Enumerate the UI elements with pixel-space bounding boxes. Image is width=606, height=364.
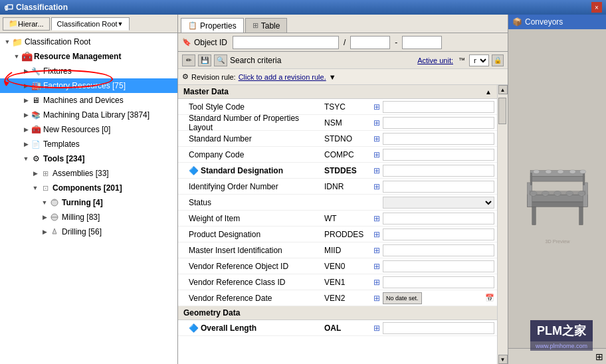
prop-code-master-insert: MIID	[324, 246, 371, 255]
title-bar: 🏷 Classification ×	[0, 0, 606, 15]
prop-input-product-designation[interactable]	[383, 228, 494, 240]
expander-drilling[interactable]: ▶	[40, 227, 49, 236]
prop-icon-weight[interactable]: ⊞	[371, 214, 383, 223]
tree-node-classification-root[interactable]: ▼ 📁 Classification Root	[0, 35, 177, 49]
scroll-up-btn[interactable]: ▲	[498, 85, 508, 94]
prop-icon-standard-designation[interactable]: ⊞	[371, 166, 383, 175]
expander-classification-root[interactable]: ▼	[3, 37, 12, 46]
prop-code-stdnum-properties: NSM	[324, 118, 371, 128]
tab-table[interactable]: ⊞ Table	[245, 18, 288, 33]
prop-code-identifying-order: IDNR	[324, 182, 371, 191]
edit-button[interactable]: ✏	[182, 54, 195, 66]
date-picker-icon[interactable]: 📅	[485, 294, 494, 302]
prop-input-identifying-order[interactable]	[383, 181, 494, 193]
prop-icon-standard-number[interactable]: ⊞	[371, 134, 383, 143]
prop-input-stdnum-properties[interactable]	[383, 117, 494, 129]
object-id-secondary-input[interactable]	[350, 36, 390, 49]
expander-machines[interactable]: ▶	[21, 96, 31, 105]
tree-node-factory-resources[interactable]: ▶ 🏭 Factory Resources [75]	[0, 78, 177, 93]
close-button[interactable]: ×	[591, 2, 602, 13]
scrollbar[interactable]: ▲ ▼	[497, 85, 508, 364]
tree-node-fixtures[interactable]: ▶ 🔧 Fixtures	[0, 64, 177, 78]
preview-settings-icon[interactable]: ⊞	[595, 351, 603, 362]
scroll-thumb[interactable]	[498, 98, 506, 124]
tree-node-machining-library[interactable]: ▶ 📚 Machining Data Library [3874]	[0, 108, 177, 122]
status-dropdown[interactable]: Active Inactive	[383, 197, 494, 209]
svg-marker-4	[52, 228, 56, 234]
prop-code-standard-designation: STDDES	[324, 166, 371, 175]
prop-icon-vendor-ref-object[interactable]: ⊞	[371, 262, 383, 271]
prop-icon-company-code[interactable]: ⊞	[371, 150, 383, 159]
prop-input-company-code[interactable]	[383, 149, 494, 161]
main-container: 📁 Hierar... Classification Root ▼ ▼ 📁 Cl…	[0, 15, 606, 364]
prop-icon-stdnum-properties[interactable]: ⊞	[371, 118, 383, 128]
prop-input-standard-designation[interactable]	[383, 165, 494, 177]
prop-icon-identifying-order[interactable]: ⊞	[371, 182, 383, 191]
no-date-button[interactable]: No date set.	[383, 292, 422, 304]
prop-icon-overall-length[interactable]: ⊞	[371, 323, 383, 333]
unit-lock-button[interactable]: 🔒	[492, 54, 504, 66]
prop-input-tool-style-code[interactable]	[383, 101, 494, 113]
prop-input-master-insert[interactable]	[383, 244, 494, 256]
scroll-down-btn[interactable]: ▼	[498, 355, 508, 364]
prop-name-weight: Weight of Item	[178, 214, 324, 223]
expander-templates[interactable]: ▶	[21, 139, 31, 149]
expander-fixtures[interactable]: ▶	[21, 66, 31, 76]
prop-icon-vendor-ref-class[interactable]: ⊞	[371, 278, 383, 287]
tree-node-turning[interactable]: ▼ Turning [4]	[0, 195, 177, 210]
tree-node-tools[interactable]: ▼ ⚙ Tools [234]	[0, 151, 177, 166]
revision-dropdown-icon[interactable]: ▼	[329, 73, 336, 81]
turning-icon	[49, 197, 60, 208]
tab-hierarchy[interactable]: 📁 Hierar...	[3, 17, 50, 31]
tree-node-assemblies[interactable]: ▶ ⊞ Assemblies [33]	[0, 166, 177, 181]
tree-node-milling[interactable]: ▶ Milling [83]	[0, 210, 177, 225]
search-icon-button[interactable]: 🔍	[214, 54, 227, 66]
object-id-tertiary-input[interactable]	[402, 36, 442, 49]
expander-factory-resources[interactable]: ▶	[21, 81, 31, 90]
prop-input-overall-length[interactable]	[383, 322, 494, 334]
revision-link[interactable]: Click to add a revision rule.	[239, 73, 326, 81]
save-button[interactable]: 💾	[198, 54, 211, 66]
prop-input-vendor-ref-class[interactable]	[383, 276, 494, 288]
expander-resource-management[interactable]: ▼	[12, 52, 21, 61]
expander-tools[interactable]: ▼	[21, 154, 31, 163]
section-master-data: Master Data ▲	[178, 85, 497, 99]
prop-name-tool-style-code: Tool Style Code	[178, 102, 324, 112]
app-icon: 🏷	[4, 2, 13, 13]
tree-node-templates[interactable]: ▶ 📄 Templates	[0, 137, 177, 151]
expander-machining-library[interactable]: ▶	[21, 110, 31, 120]
unit-select[interactable]: m mm in	[469, 54, 489, 66]
tree-node-machines[interactable]: ▶ 🖥 Machines and Devices	[0, 93, 177, 108]
prop-code-product-designation: PRODDES	[324, 230, 371, 239]
tab-classification-root[interactable]: Classification Root ▼	[51, 17, 130, 31]
tree-node-resource-management[interactable]: ▼ 🧰 Resource Management	[0, 49, 177, 64]
tree-node-components[interactable]: ▼ ⊡ Components [201]	[0, 181, 177, 195]
prop-name-standard-number: Standard Number	[178, 134, 324, 143]
expander-components[interactable]: ▼	[31, 183, 40, 193]
tree-node-drilling[interactable]: ▶ Drilling [56]	[0, 225, 177, 239]
object-id-input[interactable]	[233, 36, 339, 49]
expander-turning[interactable]: ▼	[40, 198, 49, 207]
svg-point-25	[557, 170, 563, 173]
section-scroll-up[interactable]: ▲	[485, 88, 492, 96]
expander-new-resources[interactable]: ▶	[21, 125, 31, 134]
prop-input-weight[interactable]	[383, 213, 494, 225]
expander-assemblies[interactable]: ▶	[31, 169, 40, 178]
prop-icon-vendor-ref-date[interactable]: ⊞	[371, 294, 383, 303]
tree-area[interactable]: ▼ 📁 Classification Root ▼ 🧰 Resource Man…	[0, 33, 177, 364]
prop-icon-master-insert[interactable]: ⊞	[371, 246, 383, 255]
prop-icon-tool-style-code[interactable]: ⊞	[371, 102, 383, 112]
tab-properties[interactable]: 📋 Properties	[181, 18, 244, 33]
prop-name-stdnum-properties: Standard Number of Properties Layout	[178, 114, 324, 132]
active-unit-label: Active unit:	[417, 56, 453, 64]
prop-icon-product-designation[interactable]: ⊞	[371, 230, 383, 239]
node-label-classification-root: Classification Root	[25, 37, 90, 46]
tree-node-new-resources[interactable]: ▶ 🧰 New Resources [0]	[0, 122, 177, 137]
prop-input-standard-number[interactable]	[383, 133, 494, 145]
expander-milling[interactable]: ▶	[40, 213, 49, 222]
prop-row-product-designation: Product Designation PRODDES ⊞	[178, 227, 497, 242]
prop-code-company-code: COMPC	[324, 150, 371, 159]
status-dropdown-wrapper: Active Inactive	[383, 197, 494, 209]
prop-input-vendor-ref-object[interactable]	[383, 260, 494, 272]
library-icon: 📚	[31, 110, 41, 120]
